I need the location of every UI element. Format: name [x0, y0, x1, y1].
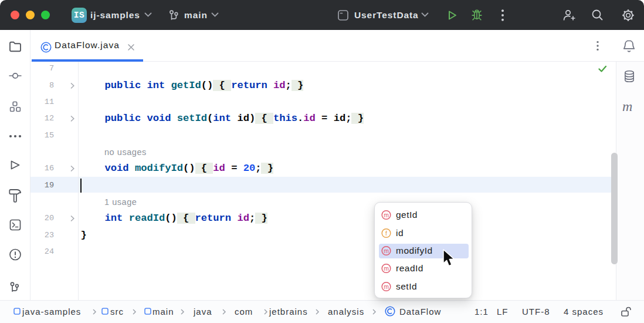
svg-text:f: f [385, 229, 387, 236]
svg-text:m: m [384, 283, 389, 290]
svg-text:m: m [384, 211, 389, 218]
svg-text:m: m [384, 247, 389, 254]
svg-text:m: m [384, 265, 389, 272]
